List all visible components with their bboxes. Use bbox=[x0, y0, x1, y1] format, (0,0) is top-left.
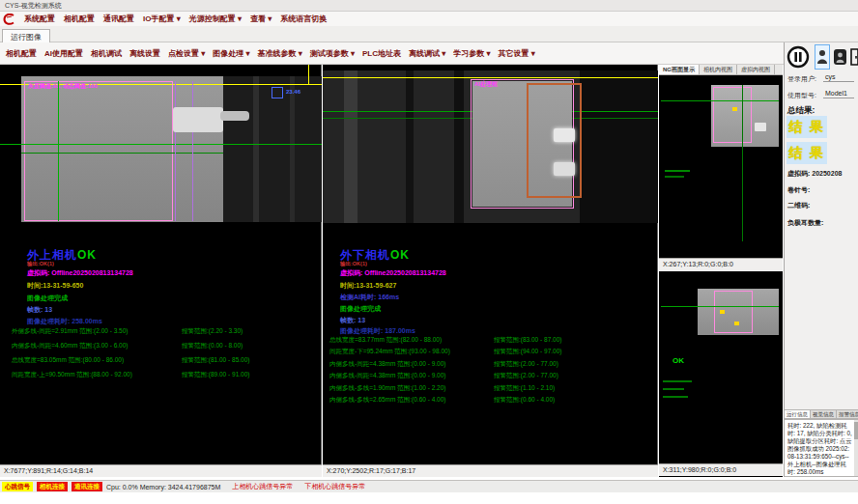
log-scrollbar-thumb[interactable] bbox=[854, 422, 858, 439]
menu-item-camera-config[interactable]: 相机配置 bbox=[64, 14, 95, 24]
log-text-area[interactable]: 耗时: 222, 缺陷检测耗时: 17, 缺陷分类耗时: 0, 缺陷提取分区耗时… bbox=[785, 419, 858, 477]
middle-camera-viewport[interactable]: AI处理框 外下相机OK 输出:OK(1) 虚拟码: Offline202502… bbox=[323, 65, 658, 477]
left-pixel-status-bar: X:7677;Y:891;R:14;G:14;B:14 bbox=[0, 464, 322, 477]
measurement-text: 外侧多线-间距=2.91mm 范围:(2.00 - 3.50) bbox=[12, 327, 128, 336]
menu-item-system-config[interactable]: 系统配置 bbox=[24, 14, 55, 24]
measurement-text: 内侧多线-多线=1.90mm 范围:(1.00 - 2.20) bbox=[329, 384, 445, 393]
camera-name: 外上相机 bbox=[27, 248, 77, 262]
toolbar-baseline-params[interactable]: 基准线参数 ▾ bbox=[258, 48, 302, 59]
connector-cable bbox=[220, 111, 249, 121]
measurement-text: 总线宽度=83.77mm 范围:(82.00 - 88.00) bbox=[329, 336, 442, 345]
toolbar-offline-setting[interactable]: 离线设置 bbox=[129, 48, 160, 59]
menu-item-io-config[interactable]: IO手配置 ▾ bbox=[143, 14, 181, 24]
window-titlebar[interactable]: CYS-视觉检测系统 bbox=[0, 0, 858, 12]
measurement-text: 总线宽度=83.05mm 范围:(80.00 - 86.00) bbox=[12, 356, 124, 365]
toolbar-plc-address[interactable]: PLC地址表 bbox=[362, 48, 401, 59]
right-sidebar: 登录用户: cys 使用型号: Model1 总结果: 结 果 结 果 虚拟码:… bbox=[784, 42, 858, 477]
capture-time-text: 时间:13-31-59-627 bbox=[340, 281, 396, 291]
camera-result: OK bbox=[390, 248, 410, 262]
pause-button[interactable] bbox=[786, 45, 810, 69]
menu-item-light-config[interactable]: 光源控制配置 ▾ bbox=[189, 14, 242, 24]
toolbar-spotcheck-setting[interactable]: 点检设置 ▾ bbox=[168, 48, 205, 59]
ng-display-panel[interactable]: NG画面显示 相机内视图 虚拟内视图 X:267;Y:13;R:0;G:0;B:… bbox=[659, 65, 783, 270]
toolbar-image-process[interactable]: 图像处理 ▾ bbox=[213, 48, 249, 59]
process-done-text: 图像处理完成 bbox=[340, 304, 381, 314]
user-manage-button[interactable] bbox=[833, 47, 847, 67]
toolbar-camera-config[interactable]: 相机配置 bbox=[6, 48, 37, 59]
exit-button[interactable] bbox=[849, 47, 858, 67]
user-login-button[interactable] bbox=[815, 44, 830, 70]
bright-tab-blob bbox=[554, 128, 575, 142]
process-elapsed-text: 图像处理耗时: 258.00ms bbox=[27, 317, 102, 326]
log-scrollbar[interactable] bbox=[854, 420, 858, 477]
alarm-range-text: 报警范围:(94.00 - 97.00) bbox=[494, 348, 561, 356]
connector-part bbox=[173, 107, 223, 132]
yellow-marker bbox=[720, 310, 725, 314]
qr-code-label: 二维码: bbox=[787, 201, 810, 210]
tab-run-image[interactable]: 运行图像 bbox=[2, 29, 50, 42]
measurement-text: 间距宽度-上=90.50mm 范围:(88.00 - 92.00) bbox=[12, 371, 132, 379]
tab-ng-display[interactable]: NG画面显示 bbox=[659, 65, 700, 74]
user-settings-icon bbox=[833, 48, 847, 66]
alarm-range-text: 报警范围:(83.00 - 87.00) bbox=[494, 336, 561, 345]
ng-pixel-status-bar: X:267;Y:13;R:0;G:0;B:0 bbox=[659, 258, 783, 270]
model-value[interactable]: Model1 bbox=[823, 90, 854, 98]
process-elapsed-text: 图像处理耗时: 187.00ms bbox=[340, 326, 415, 336]
log-text: 耗时: 222, 缺陷检测耗时: 17, 缺陷分类耗时: 0, 缺陷提取分区耗时… bbox=[785, 420, 858, 477]
alarm-range-text: 报警范围:(0.00 - 8.00) bbox=[182, 342, 243, 350]
tab-run-info[interactable]: 运行信息 bbox=[785, 410, 811, 418]
negative-tab-count-label: 负极耳数量: bbox=[787, 218, 823, 228]
toolbar: 相机配置 AI使用配置 相机调试 离线设置 点检设置 ▾ 图像处理 ▾ 基准线参… bbox=[0, 42, 784, 65]
tab-camera-view[interactable]: 相机内视图 bbox=[700, 65, 737, 74]
menu-bar: 系统配置 相机配置 通讯配置 IO手配置 ▾ 光源控制配置 ▾ 查看 ▾ 系统语… bbox=[0, 12, 858, 26]
alarm-range-text: 报警范围:(0.60 - 4.00) bbox=[494, 396, 555, 405]
preview-panel[interactable]: OK X:311;Y:980;R:0;G:0;B:0 bbox=[659, 271, 783, 477]
process-done-text: 图像处理完成 bbox=[27, 294, 68, 303]
preview-result-text: OK bbox=[672, 356, 684, 365]
blue-marker-box bbox=[272, 87, 283, 98]
measurement-text: 内侧多线-间距=4.38mm 范围:(0.00 - 9.00) bbox=[329, 372, 445, 380]
virtual-code-field: 虚拟码: 20250208 bbox=[787, 169, 842, 179]
cpu-memory-text: Cpu: 0.0% Memory: 3424.41796875M bbox=[106, 484, 220, 490]
green-measure-line bbox=[742, 85, 743, 241]
toolbar-other-setting[interactable]: 其它设置 ▾ bbox=[499, 48, 535, 59]
heartbeat-status-badge: 心跳信号 bbox=[2, 482, 33, 491]
yellow-marker bbox=[734, 322, 739, 325]
menu-item-language[interactable]: 系统语言切换 bbox=[280, 14, 327, 24]
left-camera-viewport[interactable]: 灰度阈值:93, 动态阈值:100 23.46 外上相机OK 输出:OK(1) … bbox=[0, 65, 322, 477]
tab-alarm-info[interactable]: 报警信息 bbox=[837, 410, 858, 418]
yellow-reference-line bbox=[308, 65, 309, 85]
tab-vision-info[interactable]: 视觉信息 bbox=[811, 410, 837, 418]
yellow-marker bbox=[732, 107, 737, 111]
overlay-text-smudge bbox=[665, 170, 690, 172]
toolbar-ai-config[interactable]: AI使用配置 bbox=[44, 48, 83, 59]
roi-rectangle bbox=[24, 81, 173, 221]
menu-item-comm-config[interactable]: 通讯配置 bbox=[103, 14, 134, 24]
exit-door-icon bbox=[849, 47, 858, 67]
alarm-range-text: 报警范围:(2.00 - 77.00) bbox=[494, 372, 558, 380]
mid-image-stripe bbox=[406, 70, 414, 223]
camera-link-status-badge: 相机连接 bbox=[37, 482, 68, 491]
measurement-text: 间距宽度-下=95.24mm 范围:(93.00 - 98.00) bbox=[329, 348, 450, 356]
upper-camera-warning: 上相机心跳信号异常 bbox=[232, 482, 293, 491]
toolbar-offline-debug[interactable]: 离线调试 ▾ bbox=[409, 48, 445, 59]
login-user-value[interactable]: cys bbox=[823, 73, 854, 82]
violet-measure-line bbox=[192, 81, 193, 221]
alarm-range-text: 报警范围:(2.00 - 77.00) bbox=[494, 360, 558, 369]
middle-pixel-status-bar: X:270;Y:2502;R:17;G:17;B:17 bbox=[323, 464, 658, 477]
overlay-text-smudge bbox=[663, 396, 688, 398]
menu-item-view[interactable]: 查看 ▾ bbox=[250, 14, 272, 24]
toolbar-learn-params[interactable]: 学习参数 ▾ bbox=[453, 48, 490, 59]
yellow-reference-line bbox=[323, 77, 658, 78]
capture-time-text: 时间:13-31-59-650 bbox=[27, 281, 83, 291]
log-tab-bar: 运行信息 视觉信息 报警信息 bbox=[785, 409, 858, 419]
toolbar-camera-debug[interactable]: 相机调试 bbox=[91, 48, 122, 59]
alarm-range-text: 报警范围:(81.00 - 85.00) bbox=[182, 356, 249, 365]
virtual-code-text: 虚拟码: Offline2025020813134728 bbox=[27, 268, 133, 278]
bright-tab-blob bbox=[554, 162, 575, 176]
toolbar-test-params[interactable]: 测试项参数 ▾ bbox=[310, 48, 355, 59]
camera-name: 外下相机 bbox=[340, 248, 390, 262]
tab-virtual-view[interactable]: 虚拟内视图 bbox=[737, 65, 775, 74]
overlay-text-smudge bbox=[665, 176, 684, 178]
output-note: 输出:OK(1) bbox=[340, 261, 367, 267]
